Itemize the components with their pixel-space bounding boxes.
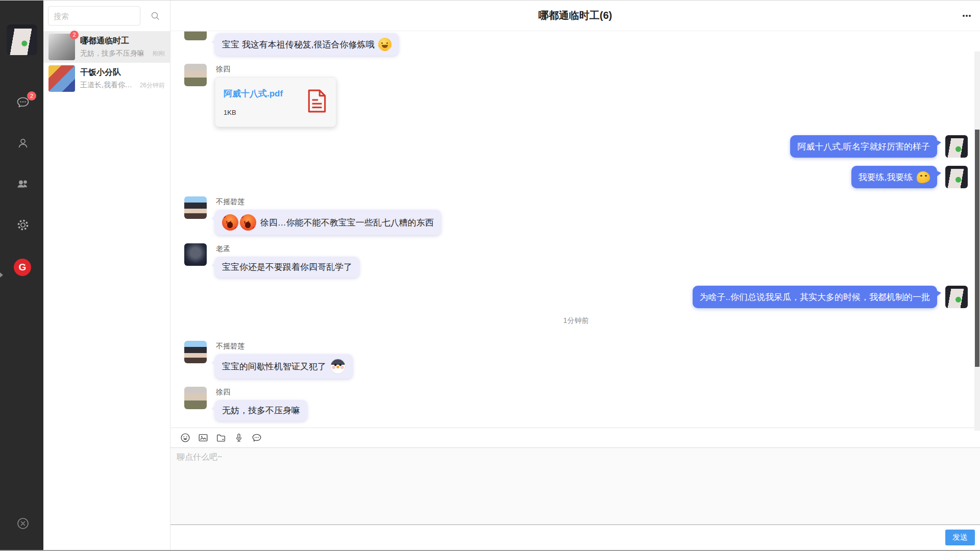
message-bubble: 为啥子..你们总说我呆瓜，其实大多的时候，我都机制的一批 <box>693 286 937 308</box>
message-text: 阿威十八式,听名字就好厉害的样子 <box>797 141 930 153</box>
file-attachment-card[interactable]: 阿威十八式.pdf1KB <box>215 77 336 127</box>
penguin-emoji <box>330 359 346 374</box>
search-icon <box>150 11 160 21</box>
unread-badge: 2 <box>27 91 36 101</box>
close-button[interactable] <box>16 516 30 531</box>
folder-icon <box>215 432 227 443</box>
file-message-row: 徐四阿威十八式.pdf1KB <box>184 64 968 127</box>
chat-list-item-ganfan[interactable]: 干饭小分队 王道长,我看你才… 26分钟前 <box>43 63 170 94</box>
settings-nav-button[interactable] <box>16 218 30 232</box>
chat-list-item-nadutong[interactable]: 2 哪都通临时工 无妨，技多不压身嘛 刚刚 <box>43 31 170 63</box>
message-text: 宝宝你还是不要跟着你四哥乱学了 <box>222 261 352 273</box>
message-bubble: 徐四…你能不能不教宝宝一些乱七八糟的东西 <box>215 210 441 235</box>
chat-history-button[interactable] <box>251 432 263 444</box>
message-bubble: 阿威十八式,听名字就好厉害的样子 <box>790 135 937 158</box>
group-avatar: 2 <box>48 34 75 60</box>
sender-name: 不摇碧莲 <box>216 342 353 351</box>
sender-name: 徐四 <box>216 388 307 397</box>
conversation-title: 哪都通临时工(6) <box>538 9 612 22</box>
search-button[interactable] <box>140 11 170 21</box>
microphone-icon <box>233 432 244 443</box>
hugging-face-emoji <box>378 38 391 51</box>
avatar-baobao[interactable] <box>945 166 968 188</box>
message-row-outgoing: 我要练,我要练 <box>184 166 968 188</box>
chats-nav-button[interactable]: 2 <box>16 95 30 110</box>
search-input[interactable] <box>48 6 140 26</box>
avatar-xusi[interactable] <box>184 387 207 409</box>
person-icon <box>16 136 30 151</box>
file-size: 1KB <box>224 109 299 116</box>
message-text: 徐四…你能不能不教宝宝一些乱七八糟的东西 <box>258 217 434 229</box>
avatar-baobao[interactable] <box>945 286 968 308</box>
image-button[interactable] <box>197 432 209 444</box>
message-row: 老孟宝宝你还是不要跟着你四哥乱学了 <box>184 243 968 278</box>
user-avatar[interactable] <box>7 24 37 55</box>
avatar-baobao[interactable] <box>945 135 968 158</box>
chat-record-icon <box>251 432 262 443</box>
message-bubble: 宝宝 我这有本祖传秘笈,很适合你修炼哦 <box>215 33 399 56</box>
voice-button[interactable] <box>233 432 245 444</box>
group-icon <box>16 177 30 191</box>
gear-icon <box>16 218 30 232</box>
chat-app-window: 2 G <box>0 0 980 551</box>
sender-name: 老孟 <box>216 244 359 254</box>
composer-toolbar <box>170 428 980 447</box>
message-row-outgoing: 为啥子..你们总说我呆瓜，其实大多的时候，我都机制的一批 <box>184 286 968 308</box>
conversation-panel: 哪都通临时工(6) 宝宝 我这有本祖传秘笈,很适合你修炼哦 徐四阿威十八式.pd… <box>170 1 980 550</box>
group-avatar <box>48 65 75 92</box>
message-text: 宝宝 我这有本祖传秘笈,很适合你修炼哦 <box>222 39 377 51</box>
more-options-icon[interactable] <box>961 13 973 19</box>
enraged-face-emoji <box>222 214 238 231</box>
chat-time: 刚刚 <box>153 49 165 58</box>
melting-face-emoji <box>917 171 930 183</box>
chat-title: 哪都通临时工 <box>80 36 165 45</box>
message-input[interactable] <box>170 447 980 525</box>
search-row <box>43 1 170 31</box>
message-bubble: 宝宝你还是不要跟着你四哥乱学了 <box>215 257 359 278</box>
sender-name: 徐四 <box>216 65 336 74</box>
groups-nav-button[interactable] <box>16 177 30 191</box>
message-bubble: 无妨，技多不压身嘛 <box>215 400 307 421</box>
message-text: 为啥子..你们总说我呆瓜，其实大多的时候，我都机制的一批 <box>700 291 930 303</box>
message-list[interactable]: 宝宝 我这有本祖传秘笈,很适合你修炼哦 徐四阿威十八式.pdf1KB阿威十八式,… <box>170 31 980 428</box>
avatar-laomeng[interactable] <box>184 243 207 266</box>
message-text: 宝宝的间歇性机智证又犯了 <box>222 361 329 372</box>
pdf-document-icon <box>306 89 328 113</box>
avatar-biaoyao[interactable] <box>184 196 207 219</box>
chat-preview: 王道长,我看你才… <box>80 81 137 90</box>
scrollbar-track[interactable] <box>974 52 980 431</box>
chat-preview: 无妨，技多不压身嘛 <box>80 49 150 58</box>
message-bubble: 宝宝的间歇性机智证又犯了 <box>215 354 353 379</box>
pdf-file-icon <box>306 89 328 115</box>
conversation-header: 哪都通临时工(6) <box>170 1 980 31</box>
sender-name: 不摇碧莲 <box>216 197 441 207</box>
scrollbar-thumb[interactable] <box>975 130 979 367</box>
image-icon <box>198 432 209 443</box>
file-name-link[interactable]: 阿威十八式.pdf <box>224 88 299 99</box>
timestamp-divider: 1分钟前 <box>184 316 968 325</box>
message-row: 不摇碧莲宝宝的间歇性机智证又犯了 <box>184 341 968 379</box>
message-text: 我要练,我要练 <box>859 171 915 183</box>
app-logo-g[interactable]: G <box>14 259 31 276</box>
close-circle-icon <box>16 516 30 531</box>
message-bubble: 我要练,我要练 <box>851 166 937 188</box>
emoji-button[interactable] <box>179 432 191 444</box>
composer: 发送 <box>170 428 980 550</box>
avatar-xusi[interactable] <box>184 64 207 86</box>
message-text: 无妨，技多不压身嘛 <box>222 405 300 416</box>
message-row: 不摇碧莲 徐四…你能不能不教宝宝一些乱七八糟的东西 <box>184 196 968 235</box>
smiley-icon <box>180 432 191 443</box>
avatar-xusi[interactable] <box>184 31 207 40</box>
avatar-biaoyao[interactable] <box>184 341 207 363</box>
contacts-nav-button[interactable] <box>16 136 30 151</box>
left-rail: 2 G <box>0 1 43 550</box>
send-button[interactable]: 发送 <box>945 530 975 545</box>
message-row-outgoing: 阿威十八式,听名字就好厉害的样子 <box>184 135 968 158</box>
message-row: 徐四无妨，技多不压身嘛 <box>184 387 968 421</box>
chat-time: 26分钟前 <box>140 81 165 90</box>
send-row: 发送 <box>170 525 980 550</box>
rail-expand-chevron-icon[interactable] <box>0 272 3 278</box>
unread-badge: 2 <box>70 31 79 39</box>
file-button[interactable] <box>215 432 227 444</box>
chat-list-sidebar: 2 哪都通临时工 无妨，技多不压身嘛 刚刚 干饭小分队 王道长,我看你才… 26… <box>43 1 170 550</box>
